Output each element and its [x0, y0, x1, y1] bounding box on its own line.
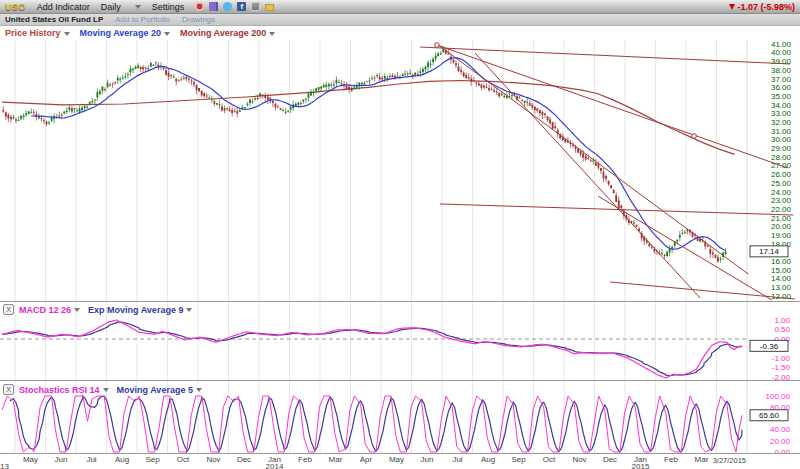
month-label: Aug: [107, 455, 138, 464]
macd-tick-label: -1.50: [772, 363, 791, 372]
price-history-dropdown[interactable]: Price History: [5, 28, 61, 38]
stoch-tick-label: 20.00: [770, 437, 791, 446]
month-label: Dec: [595, 455, 626, 464]
period-dropdown[interactable]: Daily: [101, 2, 121, 12]
trendline[interactable]: [610, 282, 795, 299]
month-label: Oct: [168, 455, 199, 464]
facebook-icon[interactable]: [237, 2, 246, 11]
price-tick-label: 29.00: [771, 144, 792, 153]
stoch-close-button[interactable]: X: [3, 384, 14, 395]
ma200-dropdown[interactable]: Moving Average 200: [180, 28, 266, 38]
price-tick-label: 38.00: [771, 66, 792, 75]
price-tick-label: 14.00: [771, 274, 792, 283]
chevron-down-icon[interactable]: [74, 308, 80, 312]
chevron-down-icon[interactable]: [196, 388, 202, 392]
month-label: Feb: [290, 455, 321, 464]
fund-name-label: United States Oil Fund LP: [5, 15, 103, 24]
chevron-down-icon[interactable]: [269, 32, 275, 36]
period-chevron-down-icon[interactable]: [135, 5, 141, 9]
chartbook-icon[interactable]: [209, 2, 218, 11]
price-tick-label: 25.00: [771, 179, 792, 188]
price-tick-label: 33.00: [771, 109, 792, 118]
macd-signal-line: [2, 322, 742, 376]
price-tick-label: 19.00: [771, 231, 792, 240]
macd-close-button[interactable]: X: [3, 304, 14, 315]
stoch-indicator-dropdown[interactable]: Stochastics RSI 14: [19, 385, 100, 395]
candles-layer: [2, 46, 726, 263]
price-tick-label: 28.00: [771, 153, 792, 162]
chevron-down-icon[interactable]: [164, 32, 170, 36]
alarm-icon[interactable]: [195, 2, 204, 11]
year-label: 2015: [625, 462, 656, 469]
month-label: Jul: [76, 455, 107, 464]
drawings-link[interactable]: Drawings: [182, 15, 215, 24]
end-date-label: 3/27/2015: [701, 456, 746, 465]
share-icons: [195, 2, 274, 11]
month-label: Oct: [534, 455, 565, 464]
stoch-ma-dropdown[interactable]: Moving Average 5: [117, 385, 193, 395]
price-tick-label: 16.00: [771, 257, 792, 266]
price-tick-label: 20.00: [771, 222, 792, 231]
charting-app-window: USO Add Indicator Daily Settings -1.07 (…: [0, 0, 800, 469]
macd-tick-label: -1.00: [772, 354, 791, 363]
sub-toolbar: United States Oil Fund LP Add to Portfol…: [0, 14, 800, 26]
chevron-down-icon[interactable]: [186, 308, 192, 312]
add-indicator-button[interactable]: Add Indicator: [37, 2, 90, 12]
stoch-ma5-line: [10, 396, 742, 452]
year-label: 13: [0, 462, 9, 469]
ma20-dropdown[interactable]: Moving Average 20: [80, 28, 161, 38]
month-label: Mar: [320, 455, 351, 464]
stoch-tick-label: 40.00: [770, 425, 791, 434]
price-tick-label: 36.00: [771, 83, 792, 92]
trendline-handle[interactable]: [435, 43, 440, 48]
chevron-down-icon[interactable]: [103, 388, 109, 392]
price-tick-label: 31.00: [771, 127, 792, 136]
macd-line: [2, 320, 742, 378]
month-label: Dec: [229, 455, 260, 464]
macd-tick-label: 0.50: [774, 325, 790, 334]
price-change-badge: -1.07 (-5.98%): [729, 2, 795, 12]
month-label: Apr: [351, 455, 382, 464]
price-change-text: -1.07 (-5.98%): [737, 2, 795, 12]
current-value-label: -0.36: [760, 342, 779, 351]
price-tick-label: 40.00: [771, 48, 792, 57]
price-tick-label: 23.00: [771, 196, 792, 205]
overlay-bar: Price History Moving Average 20 Moving A…: [0, 26, 800, 40]
month-label: Nov: [564, 455, 595, 464]
price-tick-label: 22.00: [771, 205, 792, 214]
price-tick-label: 32.00: [771, 118, 792, 127]
price-tick-label: 13.00: [771, 283, 792, 292]
month-label: Aug: [473, 455, 504, 464]
price-tick-label: 35.00: [771, 92, 792, 101]
twitter-icon[interactable]: [223, 2, 232, 11]
macd-signal-dropdown[interactable]: Exp Moving Average 9: [88, 305, 183, 315]
price-tick-label: 41.00: [771, 40, 792, 49]
add-to-portfolio-link[interactable]: Add to Portfolio: [115, 15, 170, 24]
down-arrow-icon: [729, 4, 735, 10]
price-tick-label: 15.00: [771, 266, 792, 275]
trendline[interactable]: [437, 44, 748, 274]
month-label: Jun: [46, 455, 77, 464]
stoch-panel-header: X Stochastics RSI 14 Moving Average 5: [3, 384, 202, 395]
trendline-handle[interactable]: [692, 134, 697, 139]
macd-indicator-dropdown[interactable]: MACD 12 26: [19, 305, 71, 315]
trendline[interactable]: [437, 45, 788, 168]
price-tick-label: 26.00: [771, 170, 792, 179]
price-tick-label: 27.00: [771, 161, 792, 170]
month-label: May: [15, 455, 46, 464]
trendline[interactable]: [475, 53, 700, 298]
camera-icon[interactable]: [251, 2, 260, 11]
mail-icon[interactable]: [265, 4, 274, 11]
symbol-label: USO: [5, 2, 26, 12]
month-label: Nov: [198, 455, 229, 464]
chevron-down-icon[interactable]: [64, 32, 70, 36]
top-toolbar: USO Add Indicator Daily Settings -1.07 (…: [0, 0, 800, 14]
macd-tick-label: -2.00: [772, 373, 791, 381]
price-tick-label: 21.00: [771, 214, 792, 223]
trendline[interactable]: [440, 204, 793, 215]
trendline[interactable]: [420, 47, 790, 64]
settings-button[interactable]: Settings: [152, 2, 185, 12]
price-chart[interactable]: 41.0040.0039.0038.0037.0036.0035.0034.00…: [0, 40, 800, 302]
year-label: 2014: [259, 462, 290, 469]
month-label: May: [381, 455, 412, 464]
